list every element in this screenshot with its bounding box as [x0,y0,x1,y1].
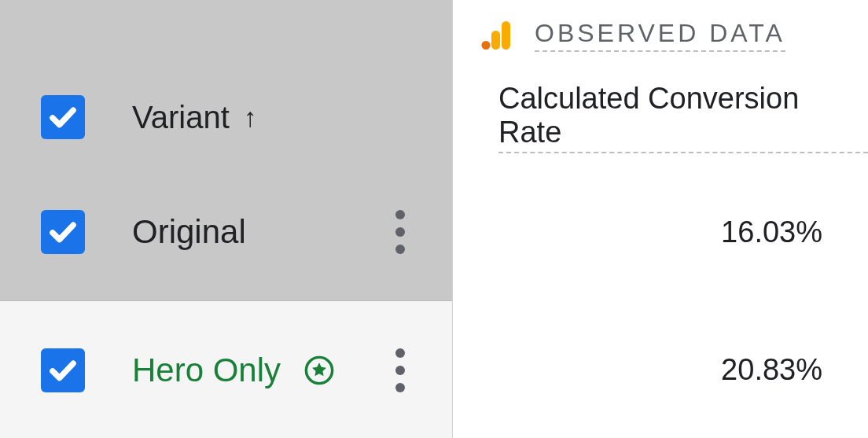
conversion-rate-label: Calculated Conversion Rate [498,82,868,153]
table-row: Original [0,164,452,301]
dots-icon [395,210,405,219]
svg-rect-1 [502,21,510,50]
conversion-value-row: 20.83% [453,301,868,438]
dots-icon [395,383,405,392]
row-checkbox-original[interactable] [41,210,85,254]
variant-column: Variant ↑ Original [0,0,453,438]
svg-rect-2 [491,31,500,50]
variant-name-original: Original [132,213,246,251]
dots-icon [395,227,405,237]
conversion-value-hero: 20.83% [721,353,822,387]
observed-data-header: OBSERVED DATA [453,0,868,71]
table-row: Hero Only [0,301,452,438]
observed-data-label: OBSERVED DATA [535,19,785,52]
observed-data-column: OBSERVED DATA Calculated Conversion Rate… [453,0,868,438]
row-checkbox-hero[interactable] [41,348,85,392]
dots-icon [395,366,405,375]
variant-header-row: Variant ↑ [0,71,452,164]
conversion-rate-header: Calculated Conversion Rate [453,71,868,164]
analytics-icon [481,20,513,51]
conversion-value-original: 16.03% [721,215,822,249]
dots-icon [395,348,405,358]
conversion-value-row: 16.03% [453,164,868,301]
svg-point-3 [482,41,491,50]
variant-name-hero: Hero Only [132,352,281,389]
sort-ascending-icon: ↑ [244,102,257,133]
variant-header-label: Variant [132,100,230,135]
dots-icon [395,245,405,254]
left-blank-spacer [0,0,452,71]
winner-star-icon [304,355,334,385]
row-menu-original[interactable] [389,204,411,260]
variant-sort-header[interactable]: Variant ↑ [132,100,452,135]
row-menu-hero[interactable] [389,342,411,399]
select-all-checkbox[interactable] [41,95,85,139]
